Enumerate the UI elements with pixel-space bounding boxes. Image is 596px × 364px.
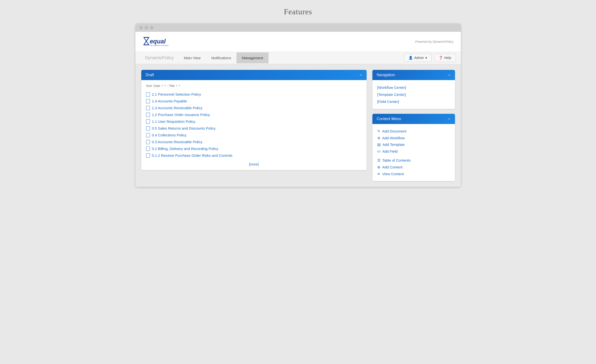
toc-icon (377, 158, 380, 163)
admin-icon: 👤 (409, 56, 413, 60)
nav-brand: DynamicPolicy (140, 52, 179, 64)
doc-item-5[interactable]: 0.5 Sales Returns and Discounts Policy (146, 125, 362, 132)
doc-file-icon-9 (146, 153, 150, 158)
doc-file-icon-1 (146, 99, 150, 103)
sort-date-asc[interactable]: ▲ (161, 85, 163, 87)
doc-label-6: 0.4 Collections Policy (152, 133, 187, 137)
nav-link-field-center[interactable]: [Field Center] (377, 98, 450, 105)
doc-label-8: 0.2 Billing, Delivery and Recording Poli… (152, 147, 218, 151)
doc-label-9: 0.1.2 Receive Purchase Order Risks and C… (152, 153, 233, 157)
doc-item-2[interactable]: 1.3 Accounts Receivable Policy (146, 105, 362, 111)
content-menu-card-body: Add Document Add Workflow Add Template (372, 124, 455, 181)
help-icon: ❓ (439, 56, 443, 60)
doc-item-8[interactable]: 0.2 Billing, Delivery and Recording Poli… (146, 145, 362, 152)
navigation-card-body: [Workflow Center] [Template Center] [Fie… (372, 80, 455, 109)
add-workflow-item[interactable]: Add Workflow (377, 135, 450, 141)
admin-button[interactable]: 👤 Admin ▾ (404, 54, 432, 62)
doc-file-icon-4 (146, 119, 150, 124)
add-content-label: Add Content (382, 165, 403, 169)
doc-file-icon-0 (146, 92, 150, 97)
sort-title-desc[interactable]: ▼ (179, 85, 181, 87)
left-panel: Draft − Sort: Date ▲ ▼ - Title ▲ ▼ (141, 70, 367, 170)
doc-item-4[interactable]: 1.1 User Requisition Policy (146, 118, 362, 125)
doc-item-6[interactable]: 0.4 Collections Policy (146, 132, 362, 139)
svg-text:equal: equal (150, 38, 166, 45)
add-field-icon (377, 149, 380, 153)
add-field-item[interactable]: Add Field (377, 148, 450, 155)
doc-item-3[interactable]: 1.2 Purchase Order Issuance Policy (146, 111, 362, 118)
tab-main-view[interactable]: Main View (179, 52, 206, 63)
powered-by-text: Powered by DynamicPolicy (415, 40, 453, 43)
doc-item-1[interactable]: 1.4 Accounts Payable (146, 98, 362, 105)
add-document-item[interactable]: Add Document (377, 128, 450, 135)
draft-card-body: Sort: Date ▲ ▼ - Title ▲ ▼ 2.1 Personnel… (141, 80, 367, 170)
navigation-collapse-button[interactable]: − (448, 73, 451, 77)
browser-dot-green (150, 26, 153, 29)
admin-label: Admin (414, 56, 424, 60)
navigation-card: Navigation − [Workflow Center] [Template… (372, 70, 455, 109)
table-of-contents-item[interactable]: Table of Contents (377, 157, 450, 164)
app-header: equal TECHNOLOGIES Powered by DynamicPol… (135, 32, 461, 52)
table-of-contents-label: Table of Contents (382, 158, 411, 162)
navigation-card-header: Navigation − (372, 70, 455, 80)
doc-label-2: 1.3 Accounts Receivable Policy (152, 106, 202, 110)
doc-file-icon-5 (146, 126, 150, 131)
main-content: Draft − Sort: Date ▲ ▼ - Title ▲ ▼ (135, 64, 461, 187)
draft-collapse-button[interactable]: − (360, 73, 362, 77)
help-button[interactable]: ❓ Help (434, 54, 456, 62)
nav-bar: DynamicPolicy Main View Notifications Ma… (135, 52, 461, 64)
add-template-icon (377, 142, 381, 147)
view-content-item[interactable]: View Content (377, 171, 450, 177)
sort-title-label: - Title (167, 84, 175, 88)
doc-file-icon-6 (146, 133, 150, 137)
doc-item-7[interactable]: 0.3 Accounts Receivable Policy (146, 139, 362, 145)
content-menu-card: Content Menu − Add Document Add Workflow (372, 114, 455, 181)
content-menu-group1: Add Document Add Workflow Add Template (377, 128, 450, 155)
doc-label-3: 1.2 Purchase Order Issuance Policy (152, 113, 210, 117)
page-title: Features (284, 7, 312, 16)
doc-file-icon-2 (146, 106, 150, 110)
add-document-label: Add Document (382, 129, 406, 133)
menu-divider (377, 155, 450, 157)
tab-management[interactable]: Management (236, 52, 269, 63)
add-document-icon (377, 129, 380, 133)
nav-right-buttons: 👤 Admin ▾ ❓ Help (404, 54, 456, 62)
draft-card: Draft − Sort: Date ▲ ▼ - Title ▲ ▼ (141, 70, 367, 170)
browser-dot-red (139, 26, 143, 29)
add-workflow-label: Add Workflow (382, 136, 405, 140)
right-panel: Navigation − [Workflow Center] [Template… (372, 70, 455, 181)
doc-item-0[interactable]: 2.1 Personnel Selection Policy (146, 91, 362, 98)
tab-notifications[interactable]: Notifications (206, 52, 236, 63)
nav-link-template-center[interactable]: [Template Center] (377, 91, 450, 98)
navigation-links: [Workflow Center] [Template Center] [Fie… (377, 84, 450, 105)
doc-item-9[interactable]: 0.1.2 Receive Purchase Order Risks and C… (146, 152, 362, 159)
doc-file-icon-7 (146, 140, 150, 144)
add-template-label: Add Template (383, 142, 405, 147)
doc-file-icon-8 (146, 147, 150, 151)
nav-link-workflow-center[interactable]: [Workflow Center] (377, 84, 450, 91)
doc-label-5: 0.5 Sales Returns and Discounts Policy (152, 126, 216, 130)
sort-bar: Sort: Date ▲ ▼ - Title ▲ ▼ (146, 84, 362, 88)
content-menu-group2: Table of Contents Add Content View Conte… (377, 157, 450, 177)
sort-date-label: Sort: Date (146, 84, 160, 88)
sort-date-desc[interactable]: ▼ (164, 85, 166, 87)
doc-label-1: 1.4 Accounts Payable (152, 99, 187, 103)
help-label: Help (444, 56, 451, 60)
navigation-title: Navigation (377, 73, 395, 77)
add-workflow-icon (377, 136, 380, 140)
doc-label-0: 2.1 Personnel Selection Policy (152, 92, 201, 96)
browser-titlebar (135, 24, 461, 32)
more-link[interactable]: [more] (146, 162, 362, 166)
document-list: 2.1 Personnel Selection Policy 1.4 Accou… (146, 91, 362, 159)
content-menu-collapse-button[interactable]: − (448, 117, 451, 121)
add-template-item[interactable]: Add Template (377, 141, 450, 148)
admin-dropdown-icon: ▾ (425, 56, 427, 60)
sort-title-asc[interactable]: ▲ (176, 85, 178, 87)
content-menu-card-header: Content Menu − (372, 114, 455, 124)
svg-text:TECHNOLOGIES: TECHNOLOGIES (150, 44, 169, 47)
add-content-item[interactable]: Add Content (377, 164, 450, 171)
view-content-icon (377, 172, 380, 176)
content-menu-title: Content Menu (377, 117, 401, 121)
browser-dot-yellow (145, 26, 148, 29)
logo-svg: equal TECHNOLOGIES (143, 36, 186, 48)
